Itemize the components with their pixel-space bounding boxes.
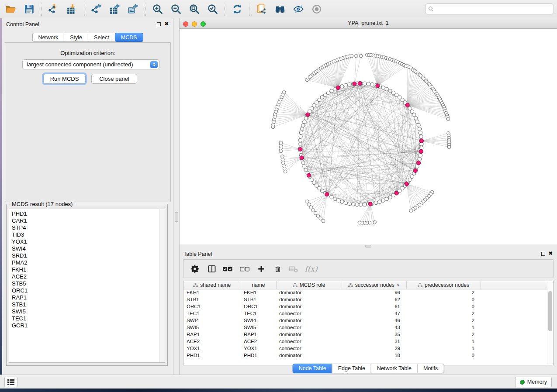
column-header[interactable]: predecessor nodes [406,281,481,289]
tab-style[interactable]: Style [64,33,88,42]
search-box[interactable] [425,3,554,14]
table-row[interactable]: SWI4SWI4dominator462 [183,317,548,324]
table-scrollbar[interactable] [547,282,553,364]
hide-graphics-button[interactable] [291,2,306,17]
list-item[interactable]: SWI5 [9,308,165,315]
network-from-file-button[interactable] [254,2,269,17]
scrollbar-thumb[interactable] [548,291,552,331]
list-item[interactable]: FKH1 [9,266,165,273]
save-session-button[interactable] [22,2,37,17]
list-item[interactable]: CAR1 [9,217,165,224]
table-row[interactable]: YOX1YOX1connector291 [183,345,548,352]
delete-button[interactable] [274,265,282,273]
table-row[interactable]: TEC1TEC1connector472 [183,310,548,317]
list-item[interactable]: TID3 [9,231,165,238]
search-input[interactable] [436,5,551,14]
import-table-button[interactable] [65,2,80,17]
list-item[interactable]: PMA2 [9,259,165,266]
table-row[interactable]: RAP1RAP1dominator352 [183,331,548,338]
list-item[interactable]: STB5 [9,280,165,287]
export-image-button[interactable] [126,2,141,17]
close-panel-icon[interactable]: ✖ [165,21,169,27]
column-header[interactable]: successor nodes∨ [342,281,406,289]
run-mcds-button[interactable]: Run MCDS [43,74,86,84]
tab-network[interactable]: Network [32,33,64,42]
optimization-criterion-label: Optimization criterion: [5,50,170,56]
list-item[interactable]: STP4 [9,224,165,231]
column-header[interactable]: name [241,281,276,289]
import-network-button[interactable] [46,2,61,17]
command-panel-button[interactable] [4,377,17,387]
add-button[interactable] [257,265,266,273]
find-button[interactable] [273,2,287,17]
zoom-out-button[interactable] [169,2,183,17]
toolbar-separator [225,3,225,16]
list-item[interactable]: TEC1 [9,315,165,322]
columns-button[interactable] [208,265,217,273]
refresh-button[interactable] [230,2,245,17]
tab-mcds[interactable]: MCDS [115,33,143,42]
mcds-result-group: MCDS result (17 nodes) PHD1CAR1STP4TID3Y… [6,204,168,366]
mcds-result-title: MCDS result (17 nodes) [10,201,74,207]
tab-edge-table[interactable]: Edge Table [332,364,371,373]
show-graphics-button[interactable] [309,2,324,17]
table-row[interactable]: STB1STB1dominator620 [183,296,548,303]
list-item[interactable]: YOX1 [9,238,165,245]
network-window-titlebar[interactable]: YPA_prune.txt_1 [180,18,557,29]
table-row[interactable]: FKH1FKH1dominator962 [183,289,548,296]
select-all-button[interactable] [223,265,233,273]
tab-network-table[interactable]: Network Table [371,364,418,373]
float-panel-icon[interactable] [541,252,545,256]
attribute-type-icon [293,283,298,287]
toolbar-separator [249,3,249,16]
control-panel-tabs: NetworkStyleSelectMCDS [32,33,143,42]
table-toolbar: f(x) [183,259,554,278]
list-item[interactable]: ORC1 [9,287,165,294]
list-item[interactable]: ACE2 [9,273,165,280]
column-header[interactable]: shared name [183,281,241,289]
mcds-result-list[interactable]: PHD1CAR1STP4TID3YOX1SWI4SRD1PMA2FKH1ACE2… [9,209,165,363]
list-item[interactable]: STB1 [9,301,165,308]
zoom-in-button[interactable] [150,2,165,17]
optimization-criterion-select[interactable]: largest connected component (undirected) [22,59,159,69]
close-panel-icon[interactable]: ✖ [549,250,553,256]
list-item[interactable]: GCR1 [9,322,165,329]
zoom-fit-icon [189,3,200,15]
horizontal-splitter[interactable] [180,244,557,248]
hide-graphics-icon [293,3,304,15]
desktop-background-bottom [0,389,557,392]
splitter-handle[interactable] [175,212,178,222]
splitter-handle[interactable] [365,245,371,248]
tab-node-table[interactable]: Node Table [293,364,332,373]
table-row[interactable]: SWI5SWI5connector431 [183,324,548,331]
settings-button[interactable] [190,265,199,273]
zoom-fit-button[interactable] [187,2,202,17]
list-item[interactable]: SRD1 [9,252,165,259]
list-item[interactable]: SWI4 [9,245,165,252]
memory-button[interactable]: Memory [515,377,552,387]
export-image-icon [128,3,139,15]
list-item[interactable]: RAP1 [9,294,165,301]
network-graph[interactable] [180,29,557,244]
zoom-selected-button[interactable] [205,2,220,17]
vertical-splitter[interactable] [174,18,180,375]
tab-select[interactable]: Select [88,33,115,42]
float-panel-icon[interactable] [157,22,161,26]
list-item[interactable]: PHD1 [9,210,165,217]
mcds-list-scrollbar[interactable] [159,209,165,362]
close-panel-button[interactable]: Close panel [91,74,137,84]
table-row[interactable]: ACE2ACE2connector311 [183,338,548,345]
table-row[interactable]: PHD1PHD1dominator180 [183,352,548,359]
node-table[interactable]: shared namenameMCDS rolesuccessor nodes∨… [183,281,554,365]
column-header[interactable]: MCDS role [276,281,342,289]
export-table-button[interactable] [107,2,122,17]
export-table-icon [109,3,121,15]
export-network-button[interactable] [89,2,104,17]
network-canvas[interactable] [180,29,557,244]
export-network-icon [91,3,102,15]
memory-label: Memory [527,379,547,385]
deselect-all-button[interactable] [240,265,250,273]
tab-motifs[interactable]: Motifs [417,364,444,373]
table-row[interactable]: ORC1ORC1dominator610 [183,303,548,310]
open-file-button[interactable] [3,2,18,17]
